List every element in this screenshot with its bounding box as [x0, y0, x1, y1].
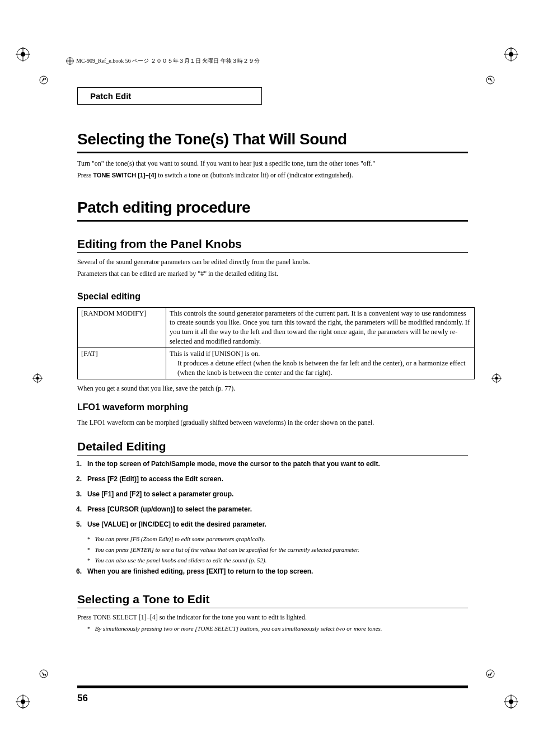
text-tone-select: Press TONE SELECT [1]–[4] so the indicat…: [77, 613, 468, 622]
section-label: Patch Edit: [90, 91, 131, 101]
text-save-patch: When you get a sound that you like, save…: [77, 384, 468, 393]
page-footer: 56: [66, 685, 468, 704]
arrow-mark-br: [486, 669, 495, 680]
svg-marker-27: [488, 78, 493, 82]
printer-mark-bottom-left: [16, 694, 30, 709]
svg-marker-25: [41, 78, 46, 82]
page-content: MC-909_Ref_e.book 56 ページ ２００５年３月１日 火曜日 午…: [66, 45, 468, 704]
h2-underline-3: [77, 608, 468, 608]
note-panel-knobs: *You can also use the panel knobs and sl…: [87, 557, 468, 564]
printer-mark-bottom-right: [504, 694, 518, 709]
text-turn-on-tones: Turn "on" the tone(s) that you want to s…: [77, 159, 468, 168]
step-1: In the top screen of Patch/Sample mode, …: [87, 460, 468, 468]
text-panel-knobs-2: Parameters that can be edited are marked…: [77, 269, 468, 279]
note-multi-tone-select: *By simultaneously pressing two or more …: [87, 625, 468, 632]
printer-mark-mid-left: [32, 373, 43, 383]
printer-mark-top-left: [16, 47, 30, 62]
h1-underline: [77, 152, 468, 153]
table-row: [RANDOM MODIFY] This controls the sound …: [78, 307, 475, 348]
cell-fat-desc: This is valid if [UNISON] is on. It prod…: [166, 348, 475, 379]
cell-fat-label: [FAT]: [78, 348, 166, 379]
running-header-text: MC-909_Ref_e.book 56 ページ ２００５年３月１日 火曜日 午…: [76, 57, 260, 65]
note-zoom-edit: *You can press [F6 (Zoom Edit)] to edit …: [87, 536, 468, 542]
note-enter-list: *You can press [ENTER] to see a list of …: [87, 546, 468, 553]
text-lfo1-morphing: The LFO1 waveform can be morphed (gradua…: [77, 418, 468, 428]
detailed-editing-steps-cont: When you are finished editing, press [EX…: [76, 567, 468, 575]
printer-mark-top-right: [504, 47, 518, 62]
text-tone-switch: Press TONE SWITCH [1]–[4] to switch a to…: [77, 171, 468, 180]
header-crosshair-icon: [66, 57, 74, 65]
heading-selecting-tone-edit: Selecting a Tone to Edit: [77, 593, 468, 606]
cell-random-modify-desc: This controls the sound generator parame…: [166, 307, 475, 348]
running-header: MC-909_Ref_e.book 56 ページ ２００５年３月１日 火曜日 午…: [66, 57, 468, 65]
heading-patch-editing-procedure: Patch editing procedure: [77, 199, 468, 217]
svg-marker-29: [41, 672, 46, 676]
h2-underline-1: [77, 252, 468, 253]
detailed-editing-steps: In the top screen of Patch/Sample mode, …: [76, 460, 468, 528]
heading-selecting-tones: Selecting the Tone(s) That Will Sound: [77, 130, 468, 148]
table-row: [FAT] This is valid if [UNISON] is on. I…: [78, 348, 475, 379]
step-5: Use [VALUE] or [INC/DEC] to edit the des…: [87, 520, 468, 528]
page-number: 56: [77, 693, 468, 704]
heading-lfo1-morphing: LFO1 waveform morphing: [77, 402, 468, 412]
svg-marker-31: [488, 672, 493, 676]
heading-editing-panel-knobs: Editing from the Panel Knobs: [77, 237, 468, 251]
step-4: Press [CURSOR (up/down)] to select the p…: [87, 505, 468, 513]
arrow-mark-tr: [486, 76, 495, 87]
heading-special-editing: Special editing: [77, 292, 468, 302]
special-editing-table: [RANDOM MODIFY] This controls the sound …: [77, 307, 475, 379]
text-panel-knobs-1: Several of the sound generator parameter…: [77, 257, 468, 267]
h2-underline-2: [77, 455, 468, 456]
step-3: Use [F1] and [F2] to select a parameter …: [87, 490, 468, 498]
arrow-mark-tl: [39, 76, 48, 87]
footer-rule: [77, 685, 468, 688]
step-2: Press [F2 (Edit)] to access the Edit scr…: [87, 475, 468, 483]
printer-mark-mid-right: [491, 373, 502, 383]
section-label-box: Patch Edit: [77, 87, 262, 105]
cell-random-modify-label: [RANDOM MODIFY]: [78, 307, 166, 348]
arrow-mark-bl: [39, 669, 48, 680]
h1-underline-2: [77, 220, 468, 222]
step-6: When you are finished editing, press [EX…: [87, 567, 468, 575]
heading-detailed-editing: Detailed Editing: [77, 440, 468, 453]
